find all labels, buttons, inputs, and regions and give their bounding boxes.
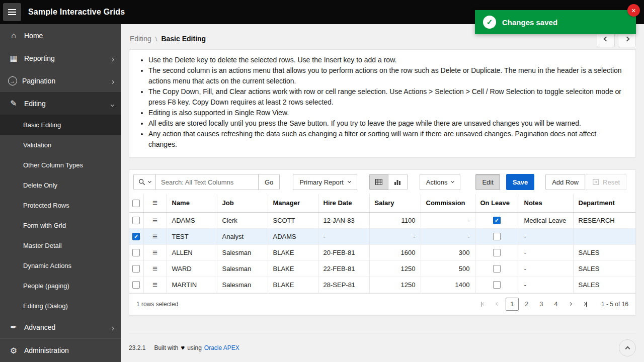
column-header-hire-date[interactable]: Hire Date xyxy=(318,194,369,212)
last-page-button[interactable] xyxy=(579,298,592,311)
cell-department[interactable]: SALES xyxy=(573,277,635,293)
row-select-checkbox[interactable] xyxy=(132,281,140,289)
toast-close-button[interactable]: × xyxy=(627,4,640,17)
column-header-on-leave[interactable]: On Leave xyxy=(475,194,519,212)
cell-on-leave[interactable] xyxy=(475,260,519,277)
cell-job[interactable]: Salesman xyxy=(217,244,268,260)
sidebar-item-administration[interactable]: ⚙ Administration xyxy=(0,338,121,362)
cell-name[interactable]: ALLEN xyxy=(167,244,217,260)
table-row[interactable]: ≡ ADAMS Clerk SCOTT 12-JAN-83 1100 - Med… xyxy=(129,212,635,228)
hamburger-menu-button[interactable] xyxy=(3,3,21,21)
on-leave-checkbox[interactable] xyxy=(493,265,501,273)
sidebar-item-editing[interactable]: ✎ Editing xyxy=(0,92,121,115)
cell-notes[interactable]: - xyxy=(519,228,573,244)
sidebar-item-dynamic-actions[interactable]: Dynamic Actions xyxy=(0,255,121,276)
cell-commission[interactable]: 500 xyxy=(421,260,475,277)
cell-department[interactable]: SALES xyxy=(573,244,635,260)
cell-manager[interactable]: BLAKE xyxy=(268,277,318,293)
cell-hire-date[interactable]: 22-FEB-81 xyxy=(318,260,369,277)
cell-salary[interactable]: - xyxy=(369,228,421,244)
selection-menu-header[interactable]: ≡ xyxy=(143,194,167,212)
pagination-page[interactable]: 1 xyxy=(506,298,519,311)
on-leave-checkbox[interactable] xyxy=(493,281,501,289)
table-row[interactable]: ≡ MARTIN Salesman BLAKE 28-SEP-81 1250 1… xyxy=(129,277,635,293)
cell-job[interactable]: Salesman xyxy=(217,277,268,293)
sidebar-item-validation[interactable]: Validation xyxy=(0,135,121,155)
cell-commission[interactable]: 300 xyxy=(421,244,475,260)
cell-notes[interactable]: - xyxy=(519,260,573,277)
cell-department[interactable] xyxy=(573,228,635,244)
column-header-notes[interactable]: Notes xyxy=(519,194,573,212)
cell-name[interactable]: TEST xyxy=(167,228,217,244)
select-all-checkbox[interactable] xyxy=(132,200,140,207)
row-select-checkbox[interactable] xyxy=(132,249,140,256)
cell-commission[interactable]: 1400 xyxy=(421,277,475,293)
row-actions-menu-icon[interactable]: ≡ xyxy=(152,248,157,257)
cell-on-leave[interactable] xyxy=(475,228,519,244)
edit-button[interactable]: Edit xyxy=(475,174,500,190)
sidebar-item-form-with-grid[interactable]: Form with Grid xyxy=(0,215,121,235)
scroll-to-top-button[interactable] xyxy=(619,339,636,356)
sidebar-item-basic-editing[interactable]: Basic Editing xyxy=(0,115,121,135)
cell-name[interactable]: WARD xyxy=(167,260,217,277)
row-select-checkbox[interactable] xyxy=(132,217,140,224)
cell-salary[interactable]: 1100 xyxy=(369,212,421,228)
cell-hire-date[interactable]: 12-JAN-83 xyxy=(318,212,369,228)
save-button[interactable]: Save xyxy=(506,174,534,190)
cell-notes[interactable]: - xyxy=(519,244,573,260)
cell-name[interactable]: ADAMS xyxy=(167,212,217,228)
pagination-page[interactable]: 3 xyxy=(535,298,548,311)
cell-on-leave[interactable] xyxy=(475,244,519,260)
column-header-commission[interactable]: Commission xyxy=(421,194,475,212)
previous-page-button[interactable] xyxy=(491,298,504,311)
cell-manager[interactable]: BLAKE xyxy=(268,244,318,260)
cell-job[interactable]: Salesman xyxy=(217,260,268,277)
on-leave-checkbox[interactable] xyxy=(493,233,501,240)
column-header-department[interactable]: Department xyxy=(573,194,635,212)
search-input[interactable] xyxy=(156,174,259,190)
cell-commission[interactable]: - xyxy=(421,212,475,228)
row-select-checkbox[interactable] xyxy=(132,233,140,240)
row-actions-menu-icon[interactable]: ≡ xyxy=(152,264,157,274)
sidebar-item-other-column-types[interactable]: Other Column Types xyxy=(0,155,121,175)
cell-notes[interactable]: - xyxy=(519,277,573,293)
cell-name[interactable]: MARTIN xyxy=(167,277,217,293)
cell-manager[interactable]: BLAKE xyxy=(268,260,318,277)
cell-hire-date[interactable]: - xyxy=(318,228,369,244)
sidebar-item-home[interactable]: ⌂ Home xyxy=(0,24,121,47)
cell-salary[interactable]: 1250 xyxy=(369,260,421,277)
row-actions-menu-icon[interactable]: ≡ xyxy=(152,232,157,241)
cell-hire-date[interactable]: 28-SEP-81 xyxy=(318,277,369,293)
cell-manager[interactable]: ADAMS xyxy=(268,228,318,244)
on-leave-checkbox[interactable] xyxy=(493,249,501,256)
column-header-manager[interactable]: Manager xyxy=(268,194,318,212)
cell-notes[interactable]: Medical Leave xyxy=(519,212,573,228)
first-page-button[interactable] xyxy=(476,298,490,311)
sidebar-item-protected-rows[interactable]: Protected Rows xyxy=(0,195,121,215)
reset-button[interactable]: Reset xyxy=(586,174,626,190)
column-header-job[interactable]: Job xyxy=(217,194,268,212)
sidebar-item-reporting[interactable]: ▦ Reporting xyxy=(0,47,121,69)
cell-commission[interactable]: - xyxy=(421,228,475,244)
sidebar-item-advanced[interactable]: ✒ Advanced xyxy=(0,316,121,338)
search-options-button[interactable] xyxy=(133,174,156,190)
oracle-apex-link[interactable]: Oracle APEX xyxy=(204,344,239,351)
table-row[interactable]: ≡ WARD Salesman BLAKE 22-FEB-81 1250 500… xyxy=(129,260,635,277)
next-page-button[interactable] xyxy=(564,298,577,311)
cell-on-leave[interactable] xyxy=(475,277,519,293)
cell-department[interactable]: SALES xyxy=(573,260,635,277)
sidebar-item-delete-only[interactable]: Delete Only xyxy=(0,175,121,195)
add-row-button[interactable]: Add Row xyxy=(545,174,585,190)
cell-on-leave[interactable] xyxy=(475,212,519,228)
report-selector[interactable]: Primary Report xyxy=(293,174,357,190)
cell-department[interactable]: RESEARCH xyxy=(573,212,635,228)
table-row[interactable]: ≡ ALLEN Salesman BLAKE 20-FEB-81 1600 30… xyxy=(129,244,635,260)
cell-job[interactable]: Analyst xyxy=(217,228,268,244)
row-select-checkbox[interactable] xyxy=(132,265,140,273)
sidebar-item-pagination[interactable]: → Pagination xyxy=(0,69,121,92)
sidebar-item-people-paging[interactable]: People (paging) xyxy=(0,276,121,296)
cell-salary[interactable]: 1600 xyxy=(369,244,421,260)
column-header-name[interactable]: Name xyxy=(167,194,217,212)
cell-manager[interactable]: SCOTT xyxy=(268,212,318,228)
on-leave-checkbox[interactable] xyxy=(493,217,501,224)
